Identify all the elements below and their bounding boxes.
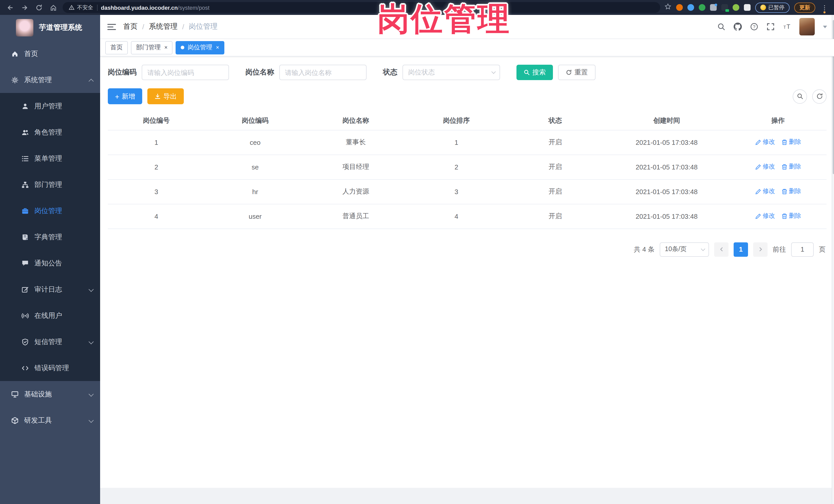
book-icon bbox=[22, 234, 29, 241]
fullscreen-icon[interactable] bbox=[767, 23, 775, 31]
sidebar-item-dev-tool[interactable]: 研发工具 bbox=[0, 407, 100, 433]
app-title: 芋道管理系统 bbox=[39, 23, 82, 32]
paused-extension-pill[interactable]: 已暂停 bbox=[755, 2, 790, 13]
browser-menu-icon[interactable]: ⋮ bbox=[820, 4, 829, 11]
url-divider bbox=[97, 4, 97, 10]
edit-link[interactable]: 修改 bbox=[755, 138, 775, 147]
extensions-puzzle-icon[interactable] bbox=[744, 4, 750, 11]
sidebar-item-label: 岗位管理 bbox=[35, 206, 62, 215]
post-name-input[interactable] bbox=[279, 65, 367, 80]
breadcrumb-item[interactable]: 岗位管理 bbox=[189, 22, 218, 31]
edit-icon bbox=[22, 286, 29, 293]
help-icon[interactable]: ? bbox=[750, 23, 758, 31]
delete-link[interactable]: 删除 bbox=[781, 187, 801, 196]
site-security[interactable]: 不安全 bbox=[69, 4, 93, 11]
sidebar-item-online-user[interactable]: 在线用户 bbox=[0, 303, 100, 329]
add-button[interactable]: +新增 bbox=[108, 88, 142, 104]
status-select[interactable]: 岗位状态 bbox=[402, 65, 500, 80]
sidebar-item-role[interactable]: 角色管理 bbox=[0, 119, 100, 145]
bookmark-star-icon[interactable] bbox=[664, 3, 671, 12]
sidebar-item-dept[interactable]: 部门管理 bbox=[0, 172, 100, 198]
browser-address-bar[interactable]: 不安全 dashboard.yudao.iocoder.cn/system/po… bbox=[63, 2, 660, 13]
browser-refresh-icon[interactable] bbox=[34, 2, 44, 13]
page-root: 不安全 dashboard.yudao.iocoder.cn/system/po… bbox=[0, 0, 834, 504]
browser-forward-icon[interactable] bbox=[20, 2, 30, 13]
signal-icon bbox=[22, 312, 29, 319]
sidebar-item-post[interactable]: 岗位管理 bbox=[0, 198, 100, 224]
page-scrollbar[interactable] bbox=[832, 15, 834, 504]
sidebar-item-infra[interactable]: 基础设施 bbox=[0, 381, 100, 407]
ext-green-check-icon[interactable] bbox=[699, 4, 705, 11]
toggle-search-button[interactable] bbox=[793, 89, 807, 104]
delete-link[interactable]: 删除 bbox=[781, 138, 801, 147]
sidebar-item-home[interactable]: 首页 bbox=[0, 41, 100, 67]
briefcase-icon bbox=[22, 207, 29, 214]
delete-link[interactable]: 删除 bbox=[781, 212, 801, 221]
app-logo[interactable]: 芋道管理系统 bbox=[0, 15, 100, 41]
ext-green-sprout-icon[interactable] bbox=[732, 4, 739, 11]
column-header: 岗位名称 bbox=[305, 111, 406, 130]
close-icon[interactable]: × bbox=[216, 45, 219, 50]
ext-dark-badge-icon[interactable] bbox=[721, 4, 728, 11]
sidebar-item-audit-log[interactable]: 审计日志 bbox=[0, 276, 100, 303]
cell-sort: 4 bbox=[406, 204, 507, 228]
delete-link[interactable]: 删除 bbox=[781, 162, 801, 171]
page-number-1[interactable]: 1 bbox=[733, 242, 748, 257]
goto-label: 前往 bbox=[773, 245, 786, 254]
sidebar-item-system[interactable]: 系统管理 bbox=[0, 67, 100, 93]
edit-link[interactable]: 修改 bbox=[755, 162, 775, 171]
table-header-row: 岗位编号岗位编码岗位名称岗位排序状态创建时间操作 bbox=[108, 111, 827, 130]
sidebar-item-label: 基础设施 bbox=[24, 390, 52, 399]
prev-page-button[interactable] bbox=[714, 242, 728, 257]
next-page-button[interactable] bbox=[753, 242, 768, 257]
tab-home[interactable]: 首页 bbox=[105, 41, 128, 54]
close-icon[interactable]: × bbox=[164, 45, 168, 50]
browser-update-button[interactable]: 更新 bbox=[794, 2, 815, 13]
ext-gray-grid-icon[interactable] bbox=[710, 4, 717, 11]
edit-link[interactable]: 修改 bbox=[755, 187, 775, 196]
sidebar-item-dict[interactable]: 字典管理 bbox=[0, 224, 100, 250]
export-button[interactable]: 导出 bbox=[147, 88, 184, 104]
emoji-icon bbox=[760, 5, 766, 10]
browser-back-icon[interactable] bbox=[5, 2, 16, 13]
sidebar-item-sms[interactable]: 短信管理 bbox=[0, 329, 100, 355]
sidebar-item-menu[interactable]: 菜单管理 bbox=[0, 145, 100, 172]
tab-post[interactable]: 岗位管理× bbox=[176, 41, 224, 54]
tab-dept[interactable]: 部门管理× bbox=[131, 41, 173, 54]
cell-created: 2021-01-05 17:03:48 bbox=[604, 204, 729, 228]
sidebar-item-notice[interactable]: 通知公告 bbox=[0, 250, 100, 276]
extension-icons bbox=[676, 4, 750, 11]
trash-icon bbox=[781, 213, 787, 219]
breadcrumb-item[interactable]: 系统管理 bbox=[149, 22, 178, 31]
post-code-input[interactable] bbox=[142, 65, 229, 80]
caret-down-icon[interactable] bbox=[823, 25, 827, 28]
logo-image bbox=[16, 19, 34, 37]
breadcrumb: 首页/系统管理/岗位管理 bbox=[123, 22, 710, 31]
edit-link[interactable]: 修改 bbox=[755, 212, 775, 221]
chevron-down-icon bbox=[89, 339, 94, 344]
goto-page-input[interactable] bbox=[791, 242, 814, 257]
ext-orange-ring-icon[interactable] bbox=[676, 4, 683, 11]
hamburger-icon[interactable] bbox=[107, 23, 116, 30]
sidebar-menu: 首页系统管理用户管理角色管理菜单管理部门管理岗位管理字典管理通知公告审计日志在线… bbox=[0, 41, 100, 504]
reset-button[interactable]: 重置 bbox=[558, 65, 595, 80]
cell-name: 项目经理 bbox=[305, 155, 406, 179]
trash-icon bbox=[781, 139, 787, 145]
browser-home-icon[interactable] bbox=[48, 2, 59, 13]
page-size-select[interactable]: 10条/页 bbox=[660, 242, 709, 257]
sidebar-item-error-code[interactable]: 错误码管理 bbox=[0, 355, 100, 381]
breadcrumb-item[interactable]: 首页 bbox=[123, 22, 137, 31]
cell-code: user bbox=[205, 204, 305, 228]
cell-name: 普通员工 bbox=[305, 204, 406, 228]
sidebar-item-user[interactable]: 用户管理 bbox=[0, 93, 100, 119]
refresh-table-button[interactable] bbox=[812, 89, 827, 104]
github-icon[interactable] bbox=[733, 23, 742, 31]
user-avatar[interactable] bbox=[799, 18, 815, 36]
chevron-down-icon bbox=[89, 287, 94, 292]
ext-blue-drop-icon[interactable] bbox=[687, 4, 694, 11]
box-icon bbox=[11, 417, 19, 424]
search-button[interactable]: 搜索 bbox=[517, 65, 553, 80]
font-size-icon[interactable]: TT bbox=[783, 23, 791, 31]
search-icon[interactable] bbox=[717, 23, 725, 31]
cell-actions: 修改删除 bbox=[729, 179, 827, 204]
